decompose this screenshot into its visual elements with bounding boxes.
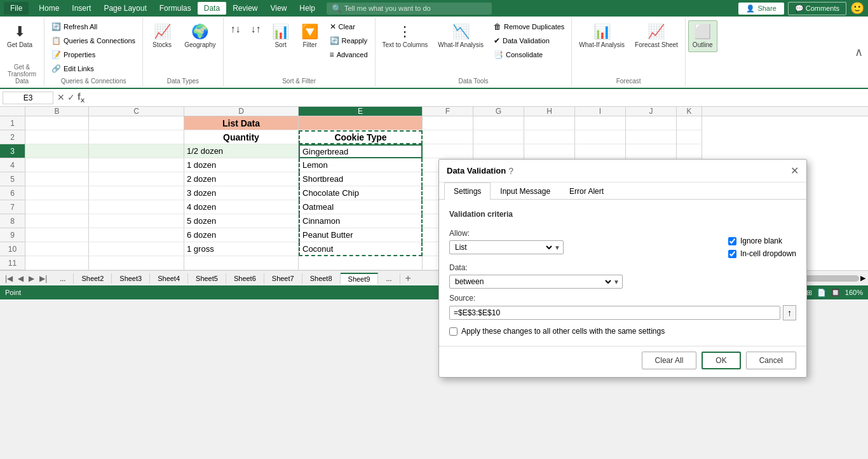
row-header-6[interactable]: 6 [0, 186, 25, 200]
menu-insert[interactable]: Insert [65, 2, 97, 15]
sheet-tab-sheet3[interactable]: Sheet3 [112, 273, 150, 284]
row-header-3[interactable]: 3 [0, 144, 25, 158]
col-header-i[interactable]: I [575, 107, 626, 116]
cell-d8[interactable]: 5 dozen [184, 214, 299, 228]
cell-b11[interactable] [25, 256, 89, 270]
comments-button[interactable]: 💬 Comments [788, 2, 846, 15]
consolidate-button[interactable]: 📑 Consolidate [489, 48, 569, 61]
sort-descending-button[interactable]: ↓↑ [247, 20, 266, 61]
cell-k2[interactable] [677, 130, 702, 144]
row-header-10[interactable]: 10 [0, 242, 25, 256]
cell-e2[interactable]: Cookie Type [299, 130, 423, 144]
cell-c5[interactable] [89, 172, 184, 186]
cell-d6[interactable]: 3 dozen [184, 186, 299, 200]
last-sheet-button[interactable]: ▶| [37, 273, 50, 284]
sheet-tab-sheet9[interactable]: Sheet9 [341, 273, 379, 284]
formula-confirm-icon[interactable]: ✓ [67, 92, 75, 102]
col-header-j[interactable]: J [626, 107, 677, 116]
sheet-view-normal-icon[interactable]: ⊞ [806, 289, 812, 297]
cell-c11[interactable] [89, 256, 184, 270]
forecast-sheet-button[interactable]: 📈 Forecast Sheet [630, 20, 682, 52]
clear-button[interactable]: ✕ Clear [325, 20, 372, 33]
advanced-button[interactable]: ≡ Advanced [325, 48, 372, 61]
row-header-2[interactable]: 2 [0, 130, 25, 144]
data-validation-dialog[interactable]: Data Validation ? ✕ Settings Input Messa… [438, 159, 807, 299]
sheet-tab-sheet7[interactable]: Sheet7 [264, 273, 302, 284]
cell-reference-box[interactable] [3, 92, 53, 104]
row-header-8[interactable]: 8 [0, 214, 25, 228]
cell-h3[interactable] [524, 144, 575, 158]
file-menu[interactable]: File [4, 2, 29, 15]
corner-header[interactable] [0, 107, 25, 116]
cell-c3[interactable] [89, 144, 184, 158]
cell-d11[interactable] [184, 256, 299, 270]
cell-b9[interactable] [25, 228, 89, 242]
allow-select[interactable]: List Any value Whole number Decimal Date… [450, 242, 554, 252]
cell-c6[interactable] [89, 186, 184, 200]
cell-f1[interactable] [423, 116, 473, 130]
row-header-5[interactable]: 5 [0, 172, 25, 186]
cell-j2[interactable] [626, 130, 677, 144]
text-to-columns-button[interactable]: ⋮ Text to Columns [378, 20, 433, 61]
cell-h1[interactable] [524, 116, 575, 130]
dialog-tab-input-message[interactable]: Input Message [491, 182, 560, 200]
cell-c2[interactable] [89, 130, 184, 144]
add-sheet-button[interactable]: + [400, 273, 416, 284]
collapse-ribbon-button[interactable]: ∧ [850, 18, 868, 86]
filter-button[interactable]: 🔽 Filter [296, 20, 324, 61]
menu-review[interactable]: Review [226, 2, 264, 15]
formula-function-icon[interactable]: fx [78, 92, 85, 104]
queries-connections-button[interactable]: 📋 Queries & Connections [47, 34, 140, 47]
col-header-h[interactable]: H [524, 107, 575, 116]
outline-button[interactable]: ⬜ Outline [688, 20, 717, 52]
cell-b3[interactable] [25, 144, 89, 158]
cell-g3[interactable] [473, 144, 524, 158]
data-select-wrapper[interactable]: between not between equal to not equal t… [449, 275, 623, 289]
cell-f3[interactable] [423, 144, 473, 158]
cell-d7[interactable]: 4 dozen [184, 200, 299, 214]
first-sheet-button[interactable]: |◀ [3, 273, 15, 284]
formula-input[interactable] [88, 92, 865, 104]
in-cell-dropdown-checkbox-label[interactable]: In-cell dropdown [728, 249, 796, 258]
cell-d1[interactable]: List Data [184, 116, 299, 130]
geography-button[interactable]: 🌍 Geography [180, 20, 220, 52]
sheet-tab-sheet6[interactable]: Sheet6 [226, 273, 264, 284]
menu-data[interactable]: Data [198, 2, 226, 15]
in-cell-dropdown-checkbox[interactable] [728, 250, 736, 258]
formula-cancel-icon[interactable]: ✕ [57, 92, 65, 102]
refresh-all-button[interactable]: 🔄 Refresh All [47, 20, 140, 33]
next-sheet-button[interactable]: ▶ [26, 273, 37, 284]
cell-d4[interactable]: 1 dozen [184, 158, 299, 172]
cell-c4[interactable] [89, 158, 184, 172]
row-header-9[interactable]: 9 [0, 228, 25, 242]
menu-home[interactable]: Home [32, 2, 65, 15]
stocks-button[interactable]: 📈 Stocks [146, 20, 179, 52]
cell-e11[interactable] [299, 256, 423, 270]
cell-j3[interactable] [626, 144, 677, 158]
cell-b10[interactable] [25, 242, 89, 256]
cell-d10[interactable]: 1 gross [184, 242, 299, 256]
what-if-button[interactable]: 📉 What-If Analysis [433, 20, 488, 61]
allow-select-wrapper[interactable]: List Any value Whole number Decimal Date… [449, 240, 564, 254]
col-header-c[interactable]: C [89, 107, 184, 116]
cell-g2[interactable] [473, 130, 524, 144]
cell-d2[interactable]: Quantity [184, 130, 299, 144]
properties-button[interactable]: 📝 Properties [47, 48, 140, 61]
cell-b2[interactable] [25, 130, 89, 144]
reapply-button[interactable]: 🔄 Reapply [325, 34, 372, 47]
cell-e5[interactable]: Shortbread [299, 172, 423, 186]
sort-ascending-button[interactable]: ↑↓ [226, 20, 245, 61]
col-header-b[interactable]: B [25, 107, 89, 116]
data-validation-button[interactable]: ✔ Data Validation [489, 34, 569, 47]
col-header-k[interactable]: K [677, 107, 702, 116]
cell-e6[interactable]: Chocolate Chip [299, 186, 423, 200]
cell-b5[interactable] [25, 172, 89, 186]
scroll-right-button[interactable]: ▶ [860, 274, 865, 282]
cell-g1[interactable] [473, 116, 524, 130]
ignore-blank-checkbox[interactable] [728, 237, 736, 245]
menu-formulas[interactable]: Formulas [153, 2, 198, 15]
dialog-tab-error-alert[interactable]: Error Alert [560, 182, 613, 200]
search-area[interactable]: 🔍 [327, 3, 492, 15]
sheet-tab-sheet2[interactable]: Sheet2 [74, 273, 112, 284]
sheet-tab-sheet4[interactable]: Sheet4 [150, 273, 188, 284]
